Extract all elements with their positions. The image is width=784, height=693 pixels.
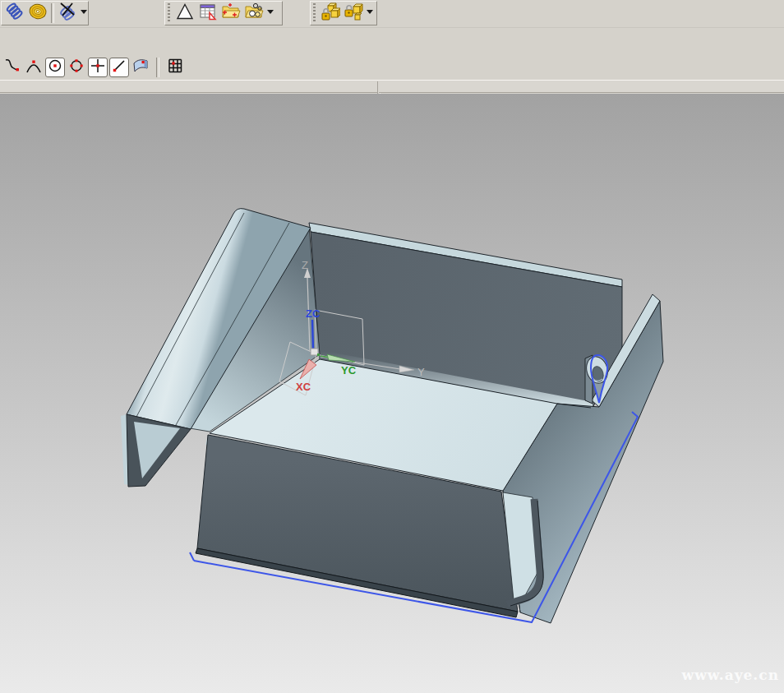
- coil-spring-button[interactable]: [3, 2, 26, 24]
- toolbar-separator: [51, 3, 54, 23]
- end-point-snap-button[interactable]: [2, 58, 22, 77]
- mid-point-snap-icon: [25, 57, 43, 78]
- toolbar-docking-area: [0, 27, 784, 54]
- center-point-snap-icon: [46, 57, 64, 78]
- folder-circles-button[interactable]: [242, 2, 265, 24]
- wcs-origin-dot: [317, 353, 320, 356]
- grooved-wheel-icon: [28, 2, 48, 25]
- toolbar-drag-handle[interactable]: [168, 3, 170, 23]
- folder-points-icon: [221, 2, 241, 25]
- cut-spring-button[interactable]: [56, 2, 79, 24]
- quadrant-point-snap-button[interactable]: [67, 58, 86, 77]
- grid-point-snap-button[interactable]: [165, 58, 185, 77]
- prompt-line: [0, 81, 377, 93]
- locked-boxes-button[interactable]: [319, 2, 342, 24]
- locked-box-icon: [344, 2, 363, 25]
- wcs-zc-label: ZC: [306, 307, 321, 320]
- wcs-origin-handle[interactable]: [311, 349, 318, 355]
- quadrant-point-snap-icon: [67, 57, 85, 78]
- wcs-zc-axis[interactable]: [312, 320, 313, 349]
- point-on-curve-snap-icon: [110, 57, 128, 78]
- toolbar-separator: [156, 58, 159, 77]
- spreadsheet-button[interactable]: [196, 2, 219, 24]
- lock-tools-dropdown[interactable]: [367, 10, 373, 14]
- cut-spring-icon: [58, 2, 77, 25]
- cut-spring-dropdown[interactable]: [81, 10, 87, 14]
- folder-points-button[interactable]: [219, 2, 242, 24]
- cad-application-window: { "window": { "watermark": "www.aye.cn" …: [0, 0, 784, 693]
- datum-y-label: Y: [417, 366, 425, 378]
- status-bar: [0, 80, 784, 94]
- triangle-icon: [175, 2, 195, 25]
- main-toolbar-row: [0, 0, 784, 27]
- wcs-xc-label: XC: [296, 381, 311, 393]
- datum-z-label: Z: [302, 259, 308, 271]
- point-on-curve-snap-button[interactable]: [109, 58, 129, 77]
- intersection-point-snap-button[interactable]: [88, 58, 108, 77]
- snap-point-toolbar: [0, 54, 784, 80]
- coil-spring-icon: [5, 2, 25, 25]
- spreadsheet-icon: [198, 2, 218, 25]
- watermark: www.aye.cn: [682, 667, 779, 683]
- end-point-snap-icon: [3, 57, 21, 78]
- toolbar-group-deform: [1, 1, 89, 25]
- toolbar-group-analysis: [164, 1, 283, 25]
- intersection-point-snap-icon: [89, 57, 107, 78]
- grooved-wheel-button[interactable]: [26, 2, 49, 24]
- point-on-face-snap-icon: [131, 57, 150, 78]
- model-canvas[interactable]: Z Y ZC YC XC: [0, 94, 784, 693]
- wcs-yc-label: YC: [341, 364, 357, 377]
- folder-circles-icon: [244, 2, 264, 25]
- mid-point-snap-button[interactable]: [24, 58, 44, 77]
- center-point-snap-button[interactable]: [45, 58, 65, 77]
- graphics-viewport[interactable]: Z Y ZC YC XC www.aye.cn: [0, 94, 784, 693]
- status-line: [379, 81, 784, 93]
- folder-tools-dropdown[interactable]: [267, 10, 274, 14]
- grid-point-snap-icon: [166, 57, 184, 78]
- toolbar-drag-handle[interactable]: [313, 3, 316, 23]
- point-on-face-snap-button[interactable]: [131, 58, 150, 77]
- triangle-button[interactable]: [173, 2, 196, 24]
- locked-boxes-icon: [321, 2, 340, 25]
- locked-box-button[interactable]: [342, 2, 365, 24]
- toolbar-group-assembly-lock: [310, 1, 377, 25]
